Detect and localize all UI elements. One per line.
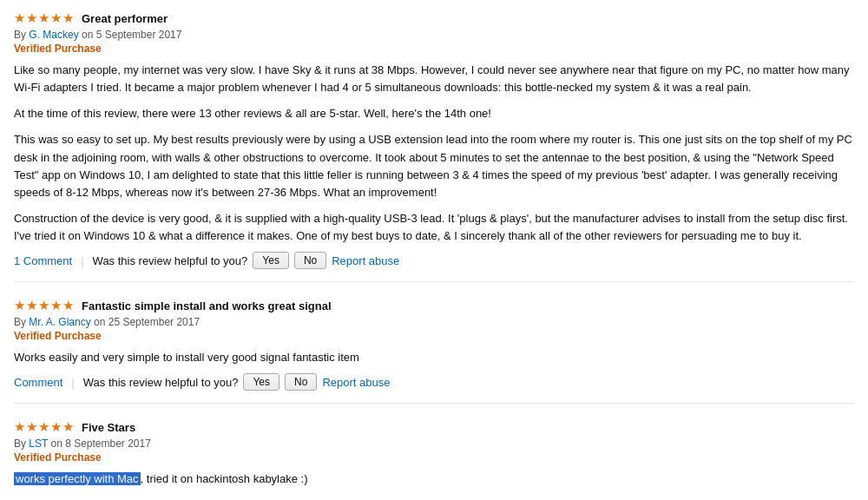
review-3-author[interactable]: LST bbox=[29, 438, 48, 450]
review-2-date: 25 September 2017 bbox=[108, 316, 200, 328]
review-2-title-row: ★★★★★ Fantastic simple install and works… bbox=[14, 298, 854, 313]
review-1-helpful-text: Was this review helpful to you? bbox=[93, 254, 248, 267]
review-3-verified: Verified Purchase bbox=[14, 451, 854, 464]
review-3-highlight: works perfectly with Mac bbox=[14, 472, 141, 485]
review-1-para-1: Like so many people, my internet was ver… bbox=[14, 62, 854, 96]
review-2-stars: ★★★★★ bbox=[14, 298, 75, 313]
review-3-title-row: ★★★★★ Five Stars bbox=[14, 419, 854, 435]
review-3-body-rest: , tried it on hackintosh kabylake :) bbox=[141, 472, 308, 485]
review-3-body: works perfectly with Mac, tried it on ha… bbox=[14, 470, 854, 488]
review-2-body: Works easily and very simple to install … bbox=[14, 349, 854, 366]
review-1-para-3: This was so easy to set up. My best resu… bbox=[14, 131, 854, 201]
review-2-author[interactable]: Mr. A. Glancy bbox=[29, 316, 90, 328]
review-1-comment-link[interactable]: 1 Comment bbox=[14, 254, 72, 267]
review-3-para-1: works perfectly with Mac, tried it on ha… bbox=[14, 470, 854, 488]
review-1-title-row: ★★★★★ Great performer bbox=[14, 10, 854, 26]
review-1-verified: Verified Purchase bbox=[14, 43, 854, 55]
review-2-verified: Verified Purchase bbox=[14, 330, 854, 342]
review-2-meta: By Mr. A. Glancy on 25 September 2017 bbox=[14, 316, 854, 328]
review-1: ★★★★★ Great performer By G. Mackey on 5 … bbox=[14, 10, 854, 282]
review-2-helpful-text: Was this review helpful to you? bbox=[83, 376, 239, 389]
review-1-body: Like so many people, my internet was ver… bbox=[14, 62, 854, 245]
review-3-meta: By LST on 8 September 2017 bbox=[14, 438, 854, 450]
review-1-no-button[interactable]: No bbox=[294, 252, 326, 269]
review-3: ★★★★★ Five Stars By LST on 8 September 2… bbox=[14, 419, 854, 500]
review-2-divider: | bbox=[71, 376, 74, 389]
review-1-stars: ★★★★★ bbox=[14, 10, 75, 26]
review-1-yes-button[interactable]: Yes bbox=[253, 252, 289, 269]
review-3-date: 8 September 2017 bbox=[65, 438, 151, 450]
review-2: ★★★★★ Fantastic simple install and works… bbox=[14, 298, 854, 404]
review-3-stars: ★★★★★ bbox=[14, 419, 75, 435]
review-1-author[interactable]: G. Mackey bbox=[29, 29, 78, 41]
review-1-para-4: Construction of the device is very good,… bbox=[14, 210, 854, 245]
review-1-divider: | bbox=[81, 254, 83, 267]
review-2-para-1: Works easily and very simple to install … bbox=[14, 349, 854, 366]
review-2-comment-link[interactable]: Comment bbox=[14, 376, 62, 389]
review-1-date: 5 September 2017 bbox=[96, 29, 182, 41]
review-1-meta: By G. Mackey on 5 September 2017 bbox=[14, 29, 854, 41]
review-1-report-link[interactable]: Report abuse bbox=[332, 254, 399, 267]
review-1-title: Great performer bbox=[82, 12, 168, 25]
review-2-yes-button[interactable]: Yes bbox=[243, 373, 279, 391]
review-2-report-link[interactable]: Report abuse bbox=[322, 376, 390, 389]
review-1-para-2: At the time of this review, there were 1… bbox=[14, 105, 854, 122]
review-2-feedback-row: Comment | Was this review helpful to you… bbox=[14, 373, 854, 391]
review-1-feedback-row: 1 Comment | Was this review helpful to y… bbox=[14, 252, 854, 269]
review-2-title: Fantastic simple install and works great… bbox=[82, 299, 332, 312]
review-2-no-button[interactable]: No bbox=[285, 373, 317, 391]
review-3-title: Five Stars bbox=[82, 421, 135, 434]
